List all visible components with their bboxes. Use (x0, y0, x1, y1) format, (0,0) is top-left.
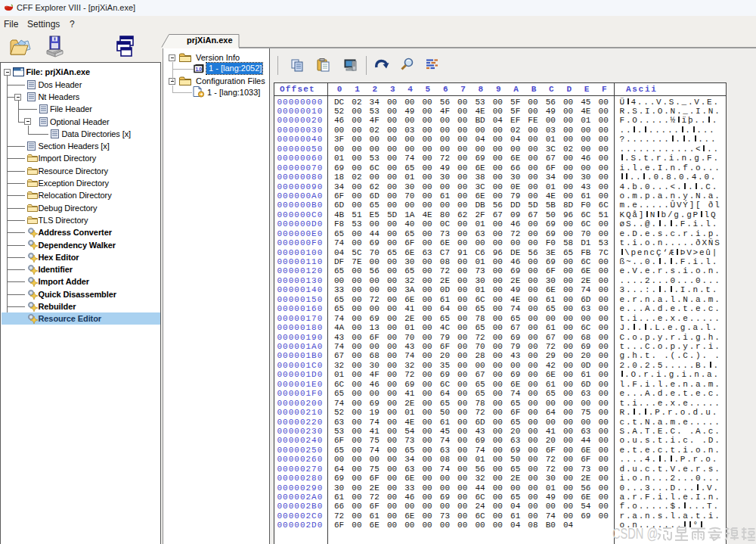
svg-text:1.0: 1.0 (195, 67, 202, 72)
